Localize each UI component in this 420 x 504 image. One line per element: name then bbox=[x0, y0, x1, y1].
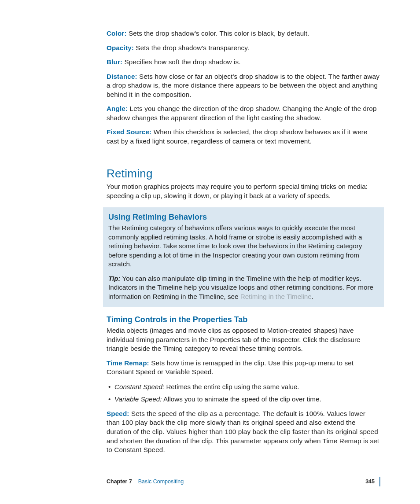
tip-label: Tip: bbox=[108, 275, 121, 282]
definition-term: Color: bbox=[107, 29, 127, 37]
subsection-heading-timing-controls: Timing Controls in the Properties Tab bbox=[107, 315, 380, 324]
param-item: Speed: Sets the speed of the clip as a p… bbox=[107, 409, 380, 455]
definition-item: Distance: Sets how close or far an objec… bbox=[107, 72, 380, 99]
definition-term: Opacity: bbox=[107, 44, 134, 52]
definition-item: Angle: Lets you change the direction of … bbox=[107, 104, 380, 122]
definition-desc: Sets the drop shadow's transparency. bbox=[134, 44, 249, 52]
bullet-desc: Retimes the entire clip using the same v… bbox=[164, 383, 299, 390]
callout-box: Using Retiming Behaviors The Retiming ca… bbox=[103, 207, 384, 307]
chapter-label: Chapter 7 bbox=[107, 478, 132, 485]
callout-tip: Tip: You can also manipulate clip timing… bbox=[108, 274, 379, 302]
param-term: Speed: bbox=[107, 410, 131, 417]
definition-item: Color: Sets the drop shadow's color. Thi… bbox=[107, 29, 380, 38]
param-desc: Sets the speed of the clip as a percenta… bbox=[107, 410, 379, 453]
page: Color: Sets the drop shadow's color. Thi… bbox=[0, 0, 420, 504]
definition-item: Opacity: Sets the drop shadow's transpar… bbox=[107, 44, 380, 53]
bullet-desc: Allows you to animate the speed of the c… bbox=[162, 395, 321, 403]
page-footer: Chapter 7 Basic Compositing 345 bbox=[107, 477, 380, 486]
bullet-list: Constant Speed: Retimes the entire clip … bbox=[107, 382, 380, 404]
definition-term: Fixed Source: bbox=[107, 128, 151, 136]
definition-term: Angle: bbox=[107, 105, 128, 112]
definition-desc: Lets you change the direction of the dro… bbox=[107, 105, 377, 121]
param-item: Time Remap: Sets how time is remapped in… bbox=[107, 359, 380, 377]
callout-body: The Retiming category of behaviors offer… bbox=[108, 224, 379, 269]
chapter-title: Basic Compositing bbox=[138, 478, 184, 485]
content-column: Color: Sets the drop shadow's color. Thi… bbox=[107, 29, 380, 455]
footer-left: Chapter 7 Basic Compositing bbox=[107, 478, 184, 485]
link-retiming-timeline[interactable]: Retiming in the Timeline bbox=[240, 293, 312, 300]
definition-desc: Sets how close or far an object's drop s… bbox=[107, 73, 379, 98]
definition-desc: Specifies how soft the drop shadow is. bbox=[122, 58, 240, 66]
subsection-paragraph: Media objects (images and movie clips as… bbox=[107, 326, 380, 353]
bullet-term: Constant Speed: bbox=[114, 383, 164, 390]
bullet-item: Constant Speed: Retimes the entire clip … bbox=[107, 382, 380, 392]
definition-term: Blur: bbox=[107, 58, 122, 66]
definition-item: Fixed Source: When this checkbox is sele… bbox=[107, 128, 380, 146]
tip-text-post: . bbox=[312, 293, 313, 300]
param-term: Time Remap: bbox=[107, 359, 149, 367]
definition-item: Blur: Specifies how soft the drop shadow… bbox=[107, 58, 380, 67]
page-number: 345 bbox=[365, 478, 375, 485]
bullet-term: Variable Speed: bbox=[114, 395, 162, 403]
definition-desc: Sets the drop shadow's color. This color… bbox=[127, 29, 309, 37]
definition-term: Distance: bbox=[107, 73, 137, 80]
bullet-item: Variable Speed: Allows you to animate th… bbox=[107, 394, 380, 404]
section-heading-retiming: Retiming bbox=[107, 167, 380, 180]
section-paragraph: Your motion graphics projects may requir… bbox=[107, 182, 380, 200]
callout-title: Using Retiming Behaviors bbox=[108, 213, 379, 222]
